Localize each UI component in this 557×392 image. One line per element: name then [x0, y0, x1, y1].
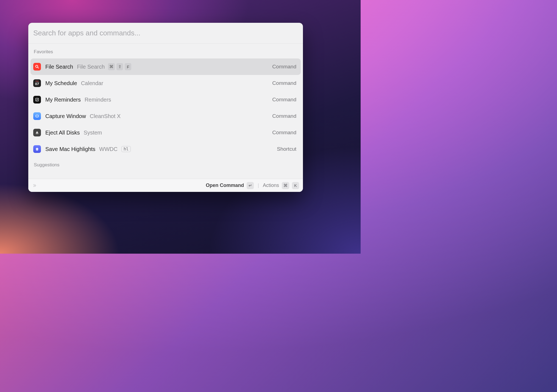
kbd-k: K [292, 182, 299, 189]
results-list: Favorites File Search File Search ⌘ ⇧ F … [28, 44, 303, 179]
result-item-file-search[interactable]: File Search File Search ⌘ ⇧ F Command [30, 58, 301, 75]
item-type: Command [272, 64, 296, 70]
item-subtitle: WWDC [99, 146, 118, 152]
item-labels: Save Mac Highlights WWDC hl [45, 146, 272, 152]
eject-icon [33, 129, 41, 136]
kbd-letter: F [125, 63, 131, 70]
item-shortcut: ⌘ ⇧ F [108, 63, 131, 70]
item-subtitle: Reminders [85, 97, 111, 103]
capture-window-icon [33, 112, 41, 120]
item-type: Command [272, 130, 296, 136]
item-labels: File Search File Search ⌘ ⇧ F [45, 63, 268, 70]
section-header-favorites: Favorites [30, 46, 301, 58]
kbd-command: ⌘ [108, 63, 115, 70]
item-labels: My Schedule Calendar [45, 80, 268, 86]
item-subtitle: File Search [77, 64, 105, 70]
item-labels: My Reminders Reminders [45, 97, 268, 103]
item-title: Capture Window [45, 113, 86, 119]
footer-actions[interactable]: Actions ⌘ K [263, 182, 299, 189]
footer-open-command[interactable]: Open Command ↵ [206, 182, 254, 189]
command-palette-window: Favorites File Search File Search ⌘ ⇧ F … [28, 23, 303, 192]
shortcut-icon [33, 145, 41, 153]
result-item-my-schedule[interactable]: FEB 07 My Schedule Calendar Command [30, 75, 301, 91]
item-labels: Capture Window CleanShot X [45, 113, 268, 119]
item-title: My Schedule [45, 80, 77, 86]
item-subtitle: Calendar [81, 80, 103, 86]
item-title: Eject All Disks [45, 130, 80, 136]
reminders-icon [33, 96, 41, 103]
section-header-suggestions: Suggestions [30, 157, 301, 172]
item-title: Save Mac Highlights [45, 146, 95, 152]
footer-actions-label: Actions [263, 183, 279, 188]
result-item-save-mac-highlights[interactable]: Save Mac Highlights WWDC hl Shortcut [30, 141, 301, 157]
result-item-my-reminders[interactable]: My Reminders Reminders Command [30, 91, 301, 108]
footer-separator: | [258, 183, 259, 188]
svg-rect-3 [36, 115, 38, 117]
footer-open-label: Open Command [206, 183, 244, 188]
svg-line-1 [38, 67, 38, 68]
item-labels: Eject All Disks System [45, 130, 268, 136]
kbd-return: ↵ [247, 182, 254, 189]
calendar-icon: FEB 07 [33, 79, 41, 87]
item-subtitle: System [84, 130, 102, 136]
kbd-shift: ⇧ [116, 63, 123, 70]
item-badge: hl [121, 146, 131, 152]
svg-rect-2 [36, 98, 39, 101]
item-type: Command [272, 97, 296, 103]
item-type: Command [272, 113, 296, 119]
item-type: Shortcut [277, 146, 296, 152]
item-title: File Search [45, 64, 73, 70]
search-row [28, 23, 303, 44]
kbd-command: ⌘ [282, 182, 289, 189]
raycast-icon [32, 183, 37, 188]
search-input[interactable] [33, 29, 298, 37]
result-item-capture-window[interactable]: Capture Window CleanShot X Command [30, 108, 301, 124]
result-item-eject-all-disks[interactable]: Eject All Disks System Command [30, 124, 301, 141]
svg-rect-4 [36, 133, 38, 134]
footer-bar: Open Command ↵ | Actions ⌘ K [28, 179, 303, 192]
search-icon [33, 63, 41, 71]
item-subtitle: CleanShot X [90, 113, 121, 119]
item-title: My Reminders [45, 97, 81, 103]
item-type: Command [272, 80, 296, 86]
